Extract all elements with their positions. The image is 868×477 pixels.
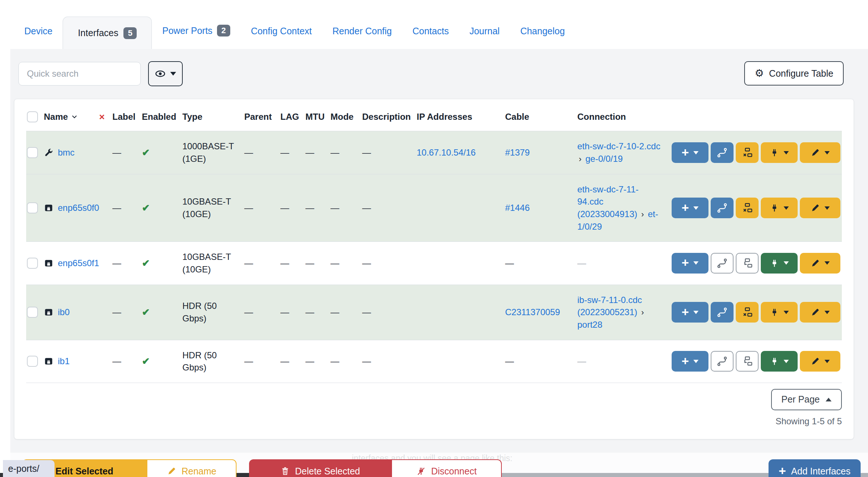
add-component-button[interactable]: + — [672, 302, 708, 323]
enabled-check-icon: ✔ — [142, 146, 182, 159]
type-cell: 1000BASE-T (1GE) — [182, 140, 244, 165]
tab-changelog[interactable]: Changelog — [510, 26, 575, 36]
cable-link[interactable]: #1379 — [505, 147, 530, 157]
connect-cable-button-disabled — [736, 351, 759, 372]
select-all-checkbox[interactable] — [27, 111, 38, 122]
connection-device-link[interactable]: eth-sw-dc-7-10-2.cdc — [577, 141, 660, 151]
per-page-label: Per Page — [781, 394, 820, 405]
disconnect-cable-button[interactable] — [736, 198, 759, 218]
column-header-connection[interactable]: Connection — [577, 111, 669, 123]
tab-interfaces[interactable]: Interfaces 5 — [63, 17, 152, 49]
type-cell: 10GBASE-T (10GE) — [182, 195, 244, 220]
tab-render-config[interactable]: Render Config — [322, 26, 402, 36]
edit-interface-button[interactable] — [800, 198, 840, 218]
tab-contacts[interactable]: Contacts — [402, 26, 459, 36]
add-component-button[interactable]: + — [672, 351, 708, 372]
interface-connection-button[interactable] — [761, 198, 798, 218]
connection-port-link[interactable]: ge-0/0/19 — [585, 154, 623, 164]
column-header-ip-addresses[interactable]: IP Addresses — [417, 111, 505, 123]
column-header-mode[interactable]: Mode — [330, 111, 362, 123]
type-cell: 10GBASE-T (10GE) — [182, 251, 244, 275]
edit-interface-button[interactable] — [800, 253, 840, 274]
description-cell: — — [362, 306, 417, 318]
row-checkbox[interactable] — [27, 307, 38, 318]
tab-device[interactable]: Device — [14, 26, 63, 36]
chevron-down-icon — [825, 311, 830, 314]
tab-journal[interactable]: Journal — [459, 26, 510, 36]
plus-icon: + — [682, 146, 689, 159]
trace-cable-button[interactable] — [711, 198, 734, 218]
add-component-button[interactable]: + — [672, 198, 708, 218]
row-checkbox[interactable] — [27, 147, 38, 158]
column-header-mtu[interactable]: MTU — [305, 111, 330, 123]
delete-selected-button[interactable]: Delete Selected — [249, 459, 391, 477]
interface-name-link[interactable]: enp65s0f0 — [58, 202, 99, 214]
column-header-label[interactable]: Label — [112, 111, 142, 123]
interface-name-link[interactable]: ib0 — [58, 306, 70, 318]
description-cell: — — [362, 202, 417, 214]
column-header-description[interactable]: Description — [362, 111, 417, 123]
trace-icon — [717, 202, 728, 213]
pencil-icon — [811, 356, 820, 366]
mode-cell: — — [330, 257, 362, 269]
chevron-down-icon — [825, 360, 830, 363]
cable-cell: — — [505, 355, 577, 368]
column-header-type[interactable]: Type — [182, 111, 244, 123]
edit-interface-button[interactable] — [800, 142, 840, 163]
row-checkbox[interactable] — [27, 202, 38, 213]
configure-table-button[interactable]: ⚙ Configure Table — [744, 61, 844, 86]
disconnect-label: Disconnect — [431, 466, 477, 477]
disconnect-cable-button[interactable] — [736, 302, 759, 323]
edit-interface-button[interactable] — [800, 351, 840, 372]
add-interfaces-label: Add Interfaces — [791, 466, 850, 477]
tab-power-ports[interactable]: Power Ports 2 — [152, 25, 240, 36]
add-interfaces-button[interactable]: + Add Interfaces — [769, 459, 861, 477]
column-header-parent[interactable]: Parent — [244, 111, 280, 123]
eye-icon — [155, 68, 166, 79]
label-cell: — — [112, 202, 142, 214]
add-component-button[interactable]: + — [672, 142, 708, 163]
interface-connection-button[interactable] — [761, 253, 798, 274]
row-checkbox[interactable] — [27, 258, 38, 269]
per-page-dropdown[interactable]: Per Page — [771, 389, 842, 410]
column-header-name[interactable]: Name — [44, 111, 99, 123]
gear-icon: ⚙ — [755, 68, 764, 79]
column-header-cable[interactable]: Cable — [505, 111, 577, 123]
ethernet-port-icon — [44, 203, 53, 213]
row-checkbox[interactable] — [27, 356, 38, 367]
interface-name-link[interactable]: ib1 — [58, 355, 70, 368]
connection-cell: eth-sw-dc-7-11-94.cdc (20233004913) › et… — [577, 183, 669, 233]
add-component-button[interactable]: + — [672, 253, 708, 274]
interfaces-table-card: Name × Label Enabled Type Parent LAG MTU… — [14, 99, 854, 439]
trace-cable-button[interactable] — [711, 302, 734, 323]
enabled-check-icon: ✔ — [142, 201, 182, 215]
clear-sort-button[interactable]: × — [99, 110, 112, 123]
description-cell: — — [362, 146, 417, 159]
disconnect-cable-button[interactable] — [736, 142, 759, 163]
connection-cell: ib-sw-7-11-0.cdc (20223005231) › port28 — [577, 294, 669, 331]
pencil-icon — [811, 203, 820, 213]
parent-cell: — — [244, 306, 280, 318]
lag-cell: — — [280, 355, 305, 368]
column-header-lag[interactable]: LAG — [280, 111, 305, 123]
edit-interface-button[interactable] — [800, 302, 840, 323]
tab-config-context[interactable]: Config Context — [241, 26, 322, 36]
interface-connection-button[interactable] — [761, 351, 798, 372]
connection-device-link[interactable]: ib-sw-7-11-0.cdc (20223005231) — [577, 295, 642, 317]
interface-name-link[interactable]: bmc — [58, 146, 74, 159]
rename-button[interactable]: Rename — [147, 459, 237, 477]
plug-off-icon — [416, 466, 426, 476]
quick-search-input[interactable] — [18, 62, 141, 86]
connection-device-link[interactable]: eth-sw-dc-7-11-94.cdc (20233004913) — [577, 184, 638, 219]
interface-connection-button[interactable] — [761, 302, 798, 323]
toggle-columns-button[interactable] — [148, 61, 183, 86]
ip-address-link[interactable]: 10.67.10.54/16 — [417, 147, 476, 157]
disconnect-button[interactable]: Disconnect — [391, 459, 502, 477]
cable-link[interactable]: #1446 — [505, 203, 530, 213]
trace-cable-button[interactable] — [711, 142, 734, 163]
cable-link[interactable]: C2311370059 — [505, 307, 560, 317]
interface-connection-button[interactable] — [761, 142, 798, 163]
connection-port-link[interactable]: port28 — [577, 320, 602, 330]
interface-name-link[interactable]: enp65s0f1 — [58, 257, 99, 269]
column-header-enabled[interactable]: Enabled — [142, 111, 182, 123]
